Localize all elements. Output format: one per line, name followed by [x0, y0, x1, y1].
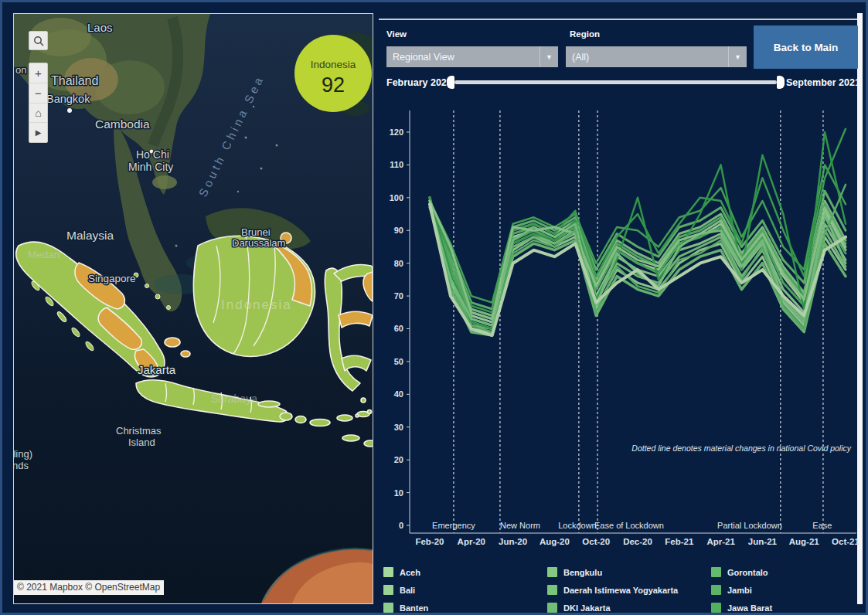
- legend-swatch: [711, 603, 721, 613]
- legend-item-aceh[interactable]: Aceh: [383, 563, 547, 581]
- y-tick-label: 20: [394, 455, 403, 464]
- legend-item-gorontalo[interactable]: Gorontalo: [711, 563, 855, 581]
- legend-swatch: [547, 567, 557, 577]
- y-tick-label: 40: [394, 389, 403, 399]
- x-tick-label: Feb-21: [665, 537, 694, 546]
- y-tick-label: 30: [394, 423, 403, 432]
- legend-item-bali[interactable]: Bali: [383, 581, 547, 599]
- legend-label: Aceh: [400, 568, 420, 577]
- y-tick-label: 60: [394, 324, 403, 333]
- search-icon: [33, 36, 44, 46]
- policy-label-partial-lockdown: Partial Lockdown: [717, 521, 782, 530]
- map[interactable]: on Laos Thailand Bangkok Cambodia Ho Chi…: [14, 14, 373, 603]
- legend-item-jawa-barat[interactable]: Jawa Barat: [711, 599, 855, 615]
- legend-label: DKI Jakarta: [563, 603, 611, 613]
- x-tick-label: Feb-20: [415, 537, 444, 546]
- label-yangon: on: [15, 64, 26, 76]
- x-tick-label: Jun-21: [748, 537, 778, 546]
- label-hochi-2: Minh City: [128, 161, 173, 173]
- dashboard: on Laos Thailand Bangkok Cambodia Ho Chi…: [0, 0, 868, 615]
- legend-swatch: [547, 603, 557, 613]
- plus-icon: +: [35, 66, 42, 80]
- label-thailand: Thailand: [51, 74, 98, 87]
- legend-label: Jambi: [727, 586, 752, 595]
- label-hochi-1: Ho Chi: [136, 148, 169, 161]
- label-singapore: Singapore: [88, 273, 136, 284]
- x-tick-label: Oct-20: [582, 537, 610, 546]
- label-surabaya: Surabaya: [211, 392, 257, 405]
- home-icon: ⌂: [35, 107, 41, 119]
- chart-axes: [407, 110, 856, 533]
- legend-label: Jawa Barat: [727, 603, 772, 613]
- map-panel[interactable]: on Laos Thailand Bangkok Cambodia Ho Chi…: [13, 13, 373, 604]
- x-tick-label: Jun-20: [499, 537, 527, 546]
- y-tick-label: 90: [394, 226, 403, 235]
- label-brunei-2: Darussalam: [232, 237, 285, 249]
- y-tick-label: 100: [390, 193, 403, 202]
- label-christmas-island-1: Christmas: [116, 425, 162, 437]
- x-tick-label: Apr-21: [706, 537, 735, 546]
- chart-legend: AcehBaliBantenBengkuluDaerah Istimewa Yo…: [383, 563, 858, 615]
- policy-label-new-norm: New Norm: [500, 521, 540, 530]
- x-tick-label: Aug-20: [540, 537, 570, 546]
- chart-annotation: Dotted line denotes material changes in …: [631, 443, 851, 453]
- zoom-out-button[interactable]: −: [29, 83, 47, 104]
- legend-label: Bengkulu: [563, 568, 602, 577]
- legend-swatch: [711, 585, 721, 595]
- legend-label: Banten: [400, 603, 428, 613]
- label-cambodia: Cambodia: [95, 117, 150, 131]
- legend-swatch: [711, 567, 721, 577]
- policy-label-ease-of-lockdown: Ease of Lockdown: [594, 521, 664, 530]
- y-tick-label: 110: [390, 160, 403, 169]
- chart-text: 0102030405060708090100110120Feb-20Apr-20…: [390, 127, 860, 546]
- legend-label: Gorontalo: [727, 568, 768, 577]
- legend-item-dki-jakarta[interactable]: DKI Jakarta: [547, 599, 711, 615]
- minus-icon: −: [35, 87, 42, 100]
- y-tick-label: 120: [390, 127, 403, 137]
- y-tick-label: 0: [399, 521, 403, 530]
- y-tick-label: 10: [394, 488, 403, 498]
- series-lines[interactable]: [430, 129, 846, 335]
- series-line-gorontalo[interactable]: [430, 191, 846, 309]
- label-indonesia-map: Indonesia: [221, 297, 292, 312]
- legend-swatch: [383, 585, 393, 595]
- zoom-home-button[interactable]: ⌂: [29, 104, 47, 124]
- label-medan: Medan: [28, 249, 60, 260]
- zoom-in-button[interactable]: +: [29, 63, 47, 83]
- legend-swatch: [383, 603, 393, 613]
- legend-swatch: [383, 567, 393, 577]
- label-malaysia: Malaysia: [66, 229, 114, 242]
- badge-country: Indonesia: [311, 59, 356, 70]
- badge-value: 92: [322, 73, 345, 97]
- x-tick-label: Apr-20: [458, 537, 485, 546]
- policy-label-emergency: Emergency: [432, 521, 475, 530]
- arrow-right-icon: ▶: [36, 128, 42, 137]
- policy-label-ease: Ease: [812, 521, 832, 530]
- legend-label: Bali: [400, 586, 415, 595]
- map-search-button[interactable]: [29, 31, 48, 50]
- x-tick-label: Oct-21: [832, 537, 859, 546]
- country-badge[interactable]: Indonesia 92: [294, 35, 372, 112]
- y-tick-label: 70: [394, 291, 403, 301]
- y-tick-label: 80: [394, 259, 403, 268]
- legend-item-banten[interactable]: Banten: [383, 599, 547, 615]
- policy-label-lockdown: Lockdown: [558, 521, 597, 530]
- legend-item-daerah-istimewa-yogyakarta[interactable]: Daerah Istimewa Yogyakarta: [547, 581, 711, 599]
- x-tick-label: Aug-21: [789, 537, 820, 546]
- label-brunei-1: Brunei: [241, 226, 271, 238]
- label-jakarta: Jakarta: [138, 363, 176, 376]
- legend-item-jambi[interactable]: Jambi: [711, 581, 855, 599]
- label-keeling-1: (Keeling): [14, 448, 32, 460]
- x-tick-label: Dec-20: [623, 537, 652, 546]
- legend-item-bengkulu[interactable]: Bengkulu: [547, 563, 711, 581]
- map-toolbar: + − ⌂ ▶: [29, 63, 48, 143]
- label-bangkok: Bangkok: [46, 93, 90, 105]
- series-line-unlabeled-2[interactable]: [430, 129, 846, 312]
- legend-label: Daerah Istimewa Yogyakarta: [563, 586, 678, 595]
- line-chart[interactable]: 0102030405060708090100110120Feb-20Apr-20…: [379, 2, 866, 615]
- label-laos: Laos: [87, 21, 113, 34]
- policy-lines: [454, 110, 823, 533]
- map-attribution: © 2021 Mapbox © OpenStreetMap: [14, 580, 164, 595]
- label-keeling-2: nds: [14, 460, 29, 471]
- pan-tool-button[interactable]: ▶: [29, 123, 47, 142]
